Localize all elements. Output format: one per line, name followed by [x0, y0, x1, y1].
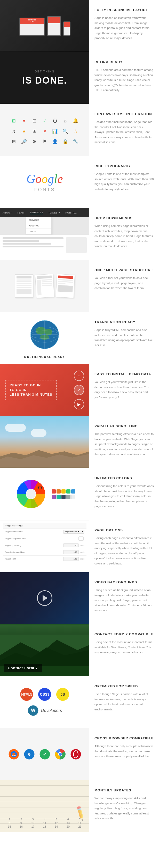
svg-text:✓: ✓ [42, 751, 47, 757]
play-button[interactable] [37, 590, 52, 606]
page-body-2 [37, 279, 53, 296]
feature-content-colors: UNLIMITED COLORS Personalizing the color… [89, 468, 159, 520]
feature-content-demo: EASY TO INSTALL DEMO DATA You can get yo… [89, 364, 159, 416]
po-value-botpad[interactable]: 100 [63, 550, 79, 554]
feature-multipage: ONE / MULTI PAGE STRUCTURE You can eithe… [0, 260, 159, 312]
feature-title: FONT AWESOME INTEGRATION [94, 112, 154, 117]
cal-4: 4 [39, 818, 50, 821]
mock-line-1 [3, 237, 64, 239]
po-label-toppad: Page top padding [5, 544, 63, 547]
g2-letter: g [48, 172, 54, 186]
icon-grid-icon: ⊟ [31, 117, 38, 125]
icon-wrench: 🔧 [72, 138, 80, 146]
po-select-scheme[interactable]: Light scheme ▾ [63, 530, 84, 534]
feature-description: When using complex page hierarchies or c… [94, 224, 154, 249]
feature-content-translation: TRANSLATION READY Sage is fully WPML com… [89, 312, 159, 364]
cal-8: 8 [4, 822, 15, 825]
swatch-green [66, 489, 71, 494]
icon-star2: ☆ [72, 127, 80, 135]
feature-crossbrowser: 🦊 e ✓ [0, 728, 159, 780]
feature-content-speed: OPTIMIZED FOR SPEED Even though Sage is … [89, 676, 159, 728]
swatch-purple [52, 495, 56, 499]
parallax-ground [0, 446, 89, 468]
cal-20: 20 [63, 825, 74, 828]
speed-icons: HTML5 CSS3 JS [20, 688, 69, 701]
swatch-gray [66, 495, 71, 499]
feature-title: UNLIMITED COLORS [94, 476, 154, 480]
feature-description: HiDPI screens are a common feature among… [94, 67, 154, 93]
page-mockup-2 [35, 274, 54, 298]
typography-visual: Google Fonts [26, 172, 63, 192]
po-value-height[interactable]: 100 [63, 557, 79, 561]
icon-flag: ⚑ [41, 138, 48, 146]
feature-responsive: GET THINGSDONE FULLY RESPONSIVE LAYOUT S… [0, 0, 159, 52]
po-value-toppad[interactable]: 100 [63, 544, 79, 547]
icon-bell: 🔔 [72, 117, 80, 125]
browser-check: ✓ [39, 748, 50, 760]
svg-point-13 [26, 489, 36, 499]
feature-fontawesome: ⊞ ♥ ⊟ ✓ ⏻ ⌂ 🔔 ♫ ★ ⊞ ✕ 📊 🔍 ☆ ⊞ 🔎 ⚙ ⚑ 👤 🔒 … [0, 104, 159, 156]
tablet-device [47, 16, 61, 36]
feature-image-fontawesome: ⊞ ♥ ⊟ ✓ ⏻ ⌂ 🔔 ♫ ★ ⊞ ✕ 📊 🔍 ☆ ⊞ 🔎 ⚙ ⚑ 👤 🔒 … [0, 104, 89, 156]
icon-apps: ⊞ [31, 127, 38, 135]
feature-description: You can get your website just like in th… [94, 380, 154, 400]
feature-title: RETINA READY [94, 60, 154, 64]
page-body-1 [16, 279, 32, 294]
icon-star: ★ [20, 127, 28, 135]
feature-description: Although there are only a couple of brow… [94, 744, 154, 759]
feature-video: VIDEO BACKGROUNDS Using a video as backg… [0, 572, 159, 624]
js-box: JS [56, 688, 69, 701]
feature-image-responsive: GET THINGSDONE [0, 0, 89, 52]
dd-contact: CONTACT [26, 229, 51, 235]
feature-speed: HTML5 CSS3 JS W Developers [0, 676, 159, 728]
icon-power: ⏻ [51, 117, 59, 125]
page-header-2 [37, 276, 52, 279]
cal-12: 12 [51, 822, 62, 825]
nav-services: SERVICES [30, 211, 43, 214]
mock-line-2 [3, 240, 39, 242]
cal-1: 1 [4, 818, 15, 821]
swatch-teal [56, 495, 61, 499]
feature-title: ONE / MULTI PAGE STRUCTURE [94, 268, 154, 273]
po-color-swatch[interactable] [78, 536, 84, 540]
o2-letter: o [42, 172, 48, 186]
feature-title: VIDEO BACKGROUNDS [94, 580, 154, 585]
feature-title: DROP DOWN MENUS [94, 216, 154, 220]
icon-lock: 🔒 [62, 138, 69, 146]
page-content-3 [57, 279, 73, 292]
feature-title: FULLY RESPONSIVE LAYOUT [94, 8, 154, 12]
fonts-label: Fonts [26, 187, 63, 192]
po-unit-height: pixels [80, 558, 84, 560]
icon-music: ♫ [10, 127, 17, 135]
feature-image-pageoptions: Page settings Page color scheme Light sc… [0, 520, 89, 572]
g-letter: G [26, 172, 35, 186]
feature-image-retina: GET THING IS DONE. [0, 52, 89, 104]
feature-description: Using a video as background instead of a… [94, 588, 154, 613]
page-header-1 [16, 276, 32, 278]
translation-visual: Multilingual Ready [24, 318, 65, 359]
feature-image-typography: Google Fonts [0, 156, 89, 208]
feature-content-crossbrowser: CROSS BROWSER COMPATIBLE Although there … [89, 728, 159, 780]
feature-image-speed: HTML5 CSS3 JS W Developers [0, 676, 89, 728]
icon-home: ⌂ [62, 117, 69, 125]
feature-demo: READY TO GO IN TO GO INLESS THAN 3 MINUT… [0, 364, 159, 416]
icon-search: 🔍 [62, 127, 69, 135]
pcl-img [16, 289, 32, 294]
feature-content-multipage: ONE / MULTI PAGE STRUCTURE You can eithe… [89, 260, 159, 312]
feature-content-cf7: CONTACT FORM 7 COMPATIBLE Being one of t… [89, 624, 159, 676]
pcl3-1 [58, 279, 73, 281]
device-mockup: GET THINGSDONE [19, 16, 71, 36]
multilingual-badge: Multilingual Ready [24, 355, 65, 359]
demo-icons: ↑ ✓ ▶ [74, 371, 84, 409]
nav-about: ABOUT [3, 211, 12, 214]
feature-parallax: PARALLAX SCROLLING The parallax scrollin… [0, 416, 159, 468]
dev-label-text: Developers [41, 708, 62, 713]
css3-text: CSS3 [40, 692, 49, 696]
icon-chart: 📊 [51, 127, 59, 135]
po-select-container: Light scheme ▾ [63, 530, 84, 534]
feature-image-demo: READY TO GO IN TO GO INLESS THAN 3 MINUT… [0, 364, 89, 416]
pcl-3 [16, 283, 32, 284]
feature-description: Being one of the most reliable contact f… [94, 640, 154, 655]
google-fonts-text: Google [26, 172, 63, 186]
feature-content-retina: RETINA READY HiDPI screens are a common … [89, 52, 159, 104]
